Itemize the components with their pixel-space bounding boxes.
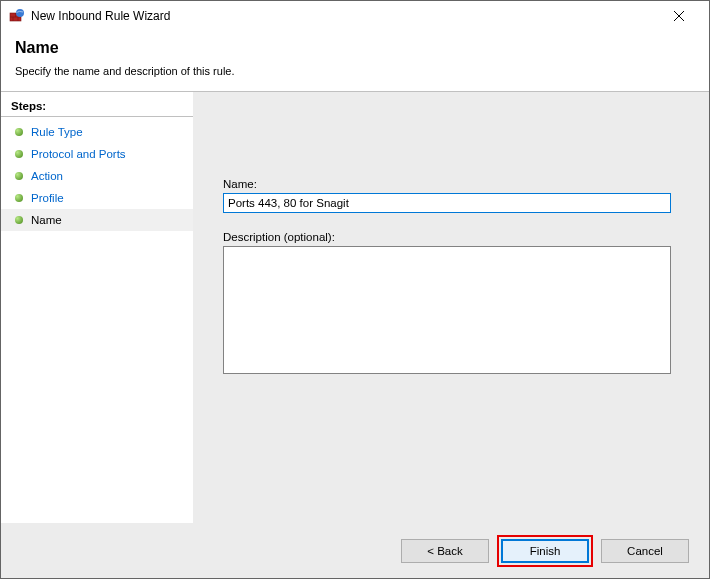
bullet-icon [15,172,23,180]
cancel-button[interactable]: Cancel [601,539,689,563]
page-title: Name [15,39,695,57]
step-action[interactable]: Action [1,165,193,187]
description-textarea[interactable] [223,246,671,374]
step-name[interactable]: Name [1,209,193,231]
bullet-icon [15,128,23,136]
description-label: Description (optional): [223,231,671,243]
name-input[interactable] [223,193,671,213]
titlebar: New Inbound Rule Wizard [1,1,709,31]
name-field-group: Name: [223,178,671,213]
main-panel: Name: Description (optional): [193,92,709,527]
svg-point-6 [16,9,24,17]
step-rule-type[interactable]: Rule Type [1,121,193,143]
body-area: Steps: Rule Type Protocol and Ports Acti… [1,92,709,527]
finish-highlight: Finish [497,535,593,567]
close-icon [674,11,684,21]
page-header: Name Specify the name and description of… [1,31,709,91]
step-label: Rule Type [31,126,83,138]
window-title: New Inbound Rule Wizard [31,9,170,23]
bullet-icon [15,216,23,224]
bullet-icon [15,194,23,202]
step-protocol-and-ports[interactable]: Protocol and Ports [1,143,193,165]
firewall-icon [9,8,25,24]
step-label: Name [31,214,62,226]
back-button[interactable]: < Back [401,539,489,563]
step-label: Profile [31,192,64,204]
step-label: Protocol and Ports [31,148,126,160]
finish-button[interactable]: Finish [501,539,589,563]
description-field-group: Description (optional): [223,231,671,377]
step-label: Action [31,170,63,182]
steps-sidebar: Steps: Rule Type Protocol and Ports Acti… [1,92,193,527]
step-profile[interactable]: Profile [1,187,193,209]
bullet-icon [15,150,23,158]
close-button[interactable] [656,2,701,30]
wizard-button-row: < Back Finish Cancel [1,523,709,578]
steps-heading: Steps: [1,98,193,117]
page-subtitle: Specify the name and description of this… [15,65,695,77]
name-label: Name: [223,178,671,190]
